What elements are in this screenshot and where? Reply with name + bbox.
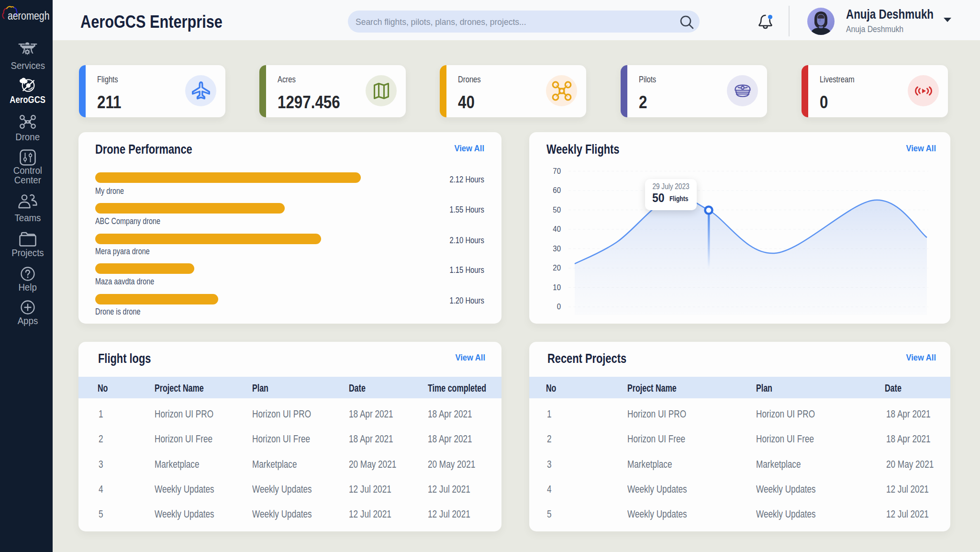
svg-text:40: 40 <box>553 225 561 234</box>
svg-text:10: 10 <box>553 283 561 292</box>
svg-text:aeromegh: aeromegh <box>8 9 49 22</box>
svg-text:20: 20 <box>553 264 561 272</box>
svg-text:70: 70 <box>553 167 561 175</box>
svg-text:60: 60 <box>553 186 561 195</box>
svg-text:30: 30 <box>553 244 561 253</box>
svg-text:50: 50 <box>553 205 561 214</box>
svg-text:0: 0 <box>557 303 561 311</box>
